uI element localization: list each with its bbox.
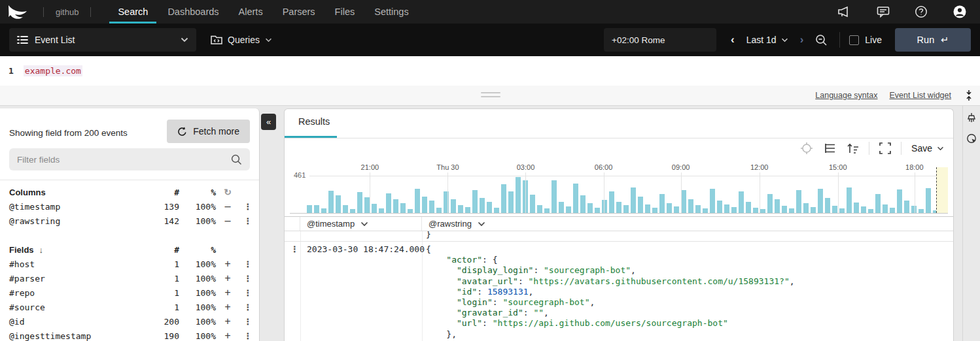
histogram-bar[interactable] xyxy=(753,208,758,213)
histogram-bar[interactable] xyxy=(659,194,665,213)
histogram-bar[interactable] xyxy=(688,199,693,213)
histogram-bar[interactable] xyxy=(472,190,478,213)
remove-column-button[interactable]: – xyxy=(216,201,239,212)
account-icon[interactable] xyxy=(953,5,967,19)
field-menu-icon[interactable]: ⋮ xyxy=(239,202,256,212)
histogram-bar[interactable] xyxy=(415,189,420,213)
partial-event-row[interactable]: } xyxy=(285,231,953,242)
add-field-button[interactable]: + xyxy=(216,316,239,327)
histogram-bar[interactable] xyxy=(854,203,859,213)
announcements-icon[interactable] xyxy=(837,6,852,18)
crosshair-icon[interactable] xyxy=(800,142,813,155)
tab-results[interactable]: Results xyxy=(298,116,330,127)
histogram-bar[interactable] xyxy=(717,201,722,213)
tab-settings[interactable]: Settings xyxy=(364,0,418,24)
histogram-bar[interactable] xyxy=(767,194,773,213)
histogram-bar[interactable] xyxy=(400,203,406,213)
histogram-bar[interactable] xyxy=(919,209,924,213)
histogram-bar[interactable] xyxy=(674,206,679,213)
histogram-bar[interactable] xyxy=(595,208,600,213)
histogram-bar[interactable] xyxy=(559,202,564,213)
histogram-bar[interactable] xyxy=(609,191,614,213)
live-checkbox[interactable] xyxy=(849,35,859,45)
histogram-bar[interactable] xyxy=(847,187,852,213)
time-forward-button[interactable]: › xyxy=(800,33,804,46)
repository-name[interactable]: github xyxy=(52,7,82,17)
broom-icon[interactable] xyxy=(966,112,977,123)
field-menu-icon[interactable]: ⋮ xyxy=(239,259,256,269)
tab-alerts[interactable]: Alerts xyxy=(229,0,273,24)
histogram-bar[interactable] xyxy=(379,208,384,213)
queries-dropdown[interactable]: Queries xyxy=(211,35,272,45)
histogram-bar[interactable] xyxy=(883,204,888,213)
histogram-bar[interactable] xyxy=(343,205,348,213)
target-cursor-icon[interactable] xyxy=(966,133,977,144)
field-name[interactable]: #host xyxy=(9,259,148,269)
histogram-bar[interactable] xyxy=(775,199,780,213)
histogram-bar[interactable] xyxy=(350,209,355,213)
field-name[interactable]: #repo xyxy=(9,288,148,298)
histogram-bar[interactable] xyxy=(645,204,650,213)
filter-fields-input[interactable] xyxy=(17,155,231,165)
query-editor[interactable]: 1 example.com xyxy=(0,56,980,86)
histogram-bar[interactable] xyxy=(566,206,571,213)
histogram-bar[interactable] xyxy=(580,195,586,213)
histogram-bar[interactable] xyxy=(868,209,873,213)
field-name[interactable]: @id xyxy=(9,317,148,327)
field-menu-icon[interactable]: ⋮ xyxy=(239,274,256,284)
histogram-bar[interactable] xyxy=(573,184,578,213)
chevron-down-icon[interactable] xyxy=(360,221,368,227)
sort-descending-icon[interactable]: ↓ xyxy=(39,245,44,255)
help-icon[interactable] xyxy=(915,5,928,18)
histogram-bar[interactable] xyxy=(832,206,837,213)
field-name[interactable]: @timestamp xyxy=(9,202,148,212)
histogram-bar[interactable] xyxy=(825,198,830,213)
histogram-bar[interactable] xyxy=(602,200,607,213)
histogram-bar[interactable] xyxy=(508,191,514,213)
add-field-button[interactable]: + xyxy=(216,287,239,299)
histogram-bar[interactable] xyxy=(393,199,398,213)
histogram-bar[interactable] xyxy=(465,207,470,213)
histogram-bar[interactable] xyxy=(926,188,931,213)
remove-column-button[interactable]: – xyxy=(216,215,239,227)
row-menu-icon[interactable]: ⋮ xyxy=(290,244,299,254)
histogram-bar[interactable] xyxy=(429,201,434,213)
fetch-more-button[interactable]: Fetch more xyxy=(167,120,250,143)
refresh-columns-icon[interactable]: ↻ xyxy=(216,187,239,197)
field-menu-icon[interactable]: ⋮ xyxy=(239,288,256,298)
histogram-bar[interactable] xyxy=(789,208,794,213)
field-menu-icon[interactable]: ⋮ xyxy=(239,302,256,312)
histogram-bar[interactable] xyxy=(667,203,672,213)
query-text[interactable]: example.com xyxy=(24,65,82,76)
histogram-bar[interactable] xyxy=(782,206,787,213)
histogram-bar[interactable] xyxy=(336,195,341,213)
field-name[interactable]: @rawstring xyxy=(9,216,148,226)
field-menu-icon[interactable]: ⋮ xyxy=(239,216,256,226)
add-field-button[interactable]: + xyxy=(216,330,239,341)
histogram-bar[interactable] xyxy=(875,194,881,213)
histogram-bar[interactable] xyxy=(480,198,485,213)
histogram-bar[interactable] xyxy=(587,203,593,213)
save-dropdown[interactable]: Save xyxy=(911,143,944,154)
histogram-bar[interactable] xyxy=(616,202,621,213)
run-button[interactable]: Run ↵ xyxy=(895,28,971,52)
histogram-bar[interactable] xyxy=(516,177,521,213)
add-field-button[interactable]: + xyxy=(216,272,239,284)
histogram-bar[interactable] xyxy=(796,190,801,213)
histogram-bar[interactable] xyxy=(839,208,845,213)
histogram-bar[interactable] xyxy=(357,192,362,213)
histogram-bar[interactable] xyxy=(314,205,319,213)
language-syntax-link[interactable]: Language syntax xyxy=(815,91,877,100)
histogram-bar[interactable] xyxy=(537,205,542,213)
time-back-button[interactable]: ‹ xyxy=(731,33,735,46)
zoom-out-icon[interactable] xyxy=(815,34,828,46)
histogram-bar[interactable] xyxy=(760,209,765,213)
timestamp-column-header[interactable]: @timestamp xyxy=(300,217,422,231)
histogram-bar[interactable] xyxy=(638,197,643,213)
histogram-bar[interactable] xyxy=(710,189,715,213)
rawstring-column-header[interactable]: @rawstring xyxy=(422,217,953,231)
field-name[interactable]: #source xyxy=(9,302,148,312)
histogram-bar[interactable] xyxy=(487,202,492,213)
histogram-bar[interactable] xyxy=(681,190,686,213)
histogram-bar[interactable] xyxy=(746,202,751,213)
